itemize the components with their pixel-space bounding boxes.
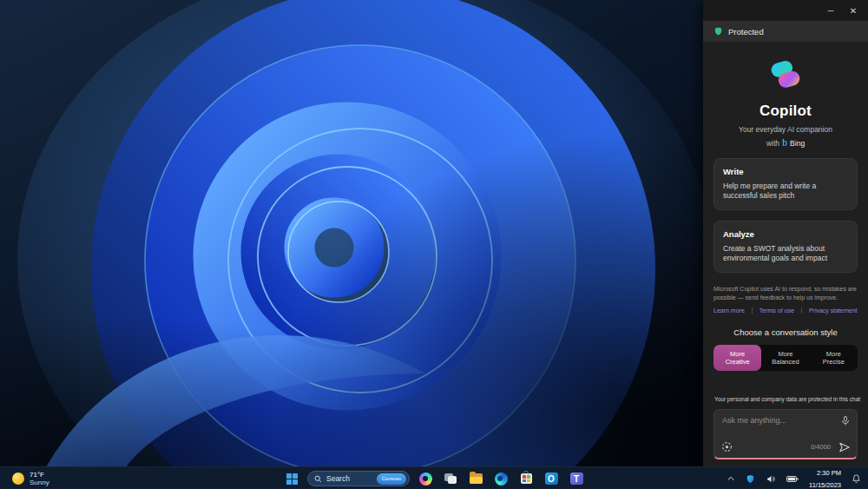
teams-icon: T	[570, 472, 583, 485]
tray-time: 2:30 PM	[817, 469, 841, 477]
ask-input[interactable]	[722, 416, 832, 425]
style-more-creative[interactable]: More Creative	[713, 345, 761, 371]
tray-battery-button[interactable]	[783, 469, 802, 488]
legal-links: Learn more Terms of use Privacy statemen…	[713, 307, 858, 314]
search-badge: Contoso	[377, 473, 406, 485]
privacy-note-text: Your personal and company data are prote…	[714, 396, 860, 402]
weather-temp: 71°F	[30, 471, 49, 479]
taskbar-app-file-explorer[interactable]	[466, 469, 485, 488]
with-label: with	[766, 139, 779, 148]
style-more-precise[interactable]: More Precise	[810, 345, 858, 371]
search-input[interactable]	[326, 474, 377, 483]
chat-input-area: Your personal and company data are prote…	[713, 395, 858, 459]
suggestion-card-write[interactable]: Write Help me prepare and write a succes…	[713, 158, 858, 210]
windows-logo-icon	[286, 473, 298, 485]
copilot-titlebar: ─ ✕	[703, 0, 868, 21]
protected-status[interactable]: Protected	[703, 21, 868, 42]
taskbar-app-teams[interactable]: T	[567, 469, 586, 488]
taskbar-app-copilot[interactable]	[416, 469, 435, 488]
learn-more-link[interactable]: Learn more	[713, 307, 745, 314]
file-explorer-icon	[470, 473, 483, 484]
notification-bell-button[interactable]	[848, 469, 865, 488]
shield-protected-icon	[713, 26, 723, 36]
task-view-icon	[444, 473, 457, 484]
search-icon	[314, 475, 322, 483]
tray-security-button[interactable]	[742, 469, 759, 488]
terms-of-use-link[interactable]: Terms of use	[752, 307, 794, 314]
chat-inputbox[interactable]: 0/4000	[713, 409, 858, 459]
taskbar-app-microsoft-store[interactable]	[516, 469, 536, 488]
system-tray: 2:30 PM 11/15/2023	[723, 467, 865, 489]
protected-label: Protected	[728, 27, 764, 36]
close-button[interactable]: ✕	[844, 3, 863, 18]
copilot-icon	[419, 472, 432, 486]
sunny-weather-icon	[12, 472, 24, 485]
suggestion-title: Analyze	[723, 229, 848, 239]
taskbar-app-edge[interactable]	[491, 469, 510, 488]
char-counter: 0/4000	[811, 443, 831, 451]
bell-icon	[852, 473, 861, 484]
bing-icon: b	[782, 138, 787, 148]
taskbar-app-task-view[interactable]	[441, 469, 460, 488]
visual-search-icon[interactable]	[721, 441, 733, 453]
style-more-balanced[interactable]: More Balanced	[761, 345, 809, 371]
taskbar-center: Contoso	[282, 467, 586, 489]
chevron-up-icon	[727, 475, 735, 482]
suggestion-title: Write	[723, 167, 848, 176]
copilot-hero: Copilot Your everyday AI companion with …	[713, 56, 858, 148]
tray-date: 11/15/2023	[809, 481, 841, 489]
copilot-subtitle: Your everyday AI companion	[713, 125, 858, 134]
microphone-icon[interactable]	[840, 415, 851, 426]
copilot-panel: ─ ✕ Protected	[703, 0, 868, 466]
taskbar: 71°F Sunny Contoso	[0, 466, 868, 489]
send-icon[interactable]	[838, 441, 851, 453]
suggestion-body: Create a SWOT analysis about environment…	[723, 244, 848, 264]
copilot-title: Copilot	[713, 102, 858, 120]
ai-disclaimer: Microsoft Copilot uses AI to respond, so…	[713, 285, 858, 302]
conversation-style-heading: Choose a conversation style	[713, 327, 858, 337]
security-shield-icon	[746, 474, 755, 484]
weather-condition: Sunny	[30, 479, 49, 486]
taskbar-app-outlook[interactable]: O	[542, 469, 561, 488]
speaker-icon	[766, 474, 776, 484]
start-button[interactable]	[282, 469, 301, 488]
minimize-button[interactable]: ─	[821, 3, 840, 18]
tray-overflow-button[interactable]	[723, 469, 739, 488]
copilot-logo-icon	[766, 56, 805, 94]
copilot-body: Copilot Your everyday AI companion with …	[703, 42, 868, 466]
with-bing-line: with b Bing	[713, 138, 858, 148]
suggestion-card-analyze[interactable]: Analyze Create a SWOT analysis about env…	[713, 221, 858, 273]
conversation-style-toggle: More Creative More Balanced More Precise	[713, 345, 858, 371]
tray-volume-button[interactable]	[762, 469, 779, 488]
outlook-icon: O	[545, 472, 558, 485]
microsoft-store-icon	[521, 473, 532, 484]
screen: ─ ✕ Protected	[0, 0, 868, 489]
widgets-button[interactable]: 71°F Sunny	[7, 467, 55, 489]
privacy-note: Your personal and company data are prote…	[713, 395, 858, 403]
edge-icon	[495, 472, 508, 486]
battery-icon	[786, 475, 799, 483]
bing-label: Bing	[790, 139, 805, 148]
clock-date-button[interactable]: 2:30 PM 11/15/2023	[806, 469, 845, 488]
privacy-statement-link[interactable]: Privacy statement	[801, 307, 858, 314]
taskbar-search[interactable]: Contoso	[307, 471, 410, 486]
suggestion-body: Help me prepare and write a successful s…	[723, 182, 848, 202]
